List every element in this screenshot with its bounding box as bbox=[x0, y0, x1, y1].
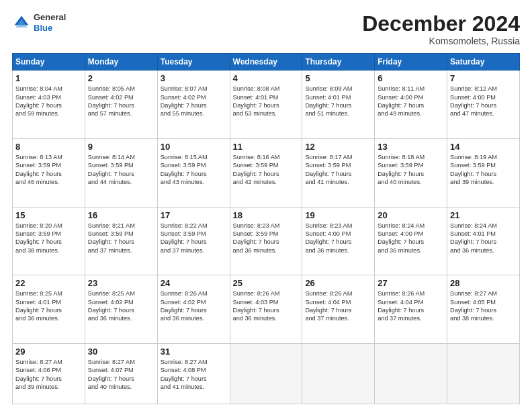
day-number-18: 18 bbox=[233, 210, 300, 220]
weekday-header-wednesday: Wednesday bbox=[230, 54, 302, 71]
day-info-9: Sunrise: 8:14 AM Sunset: 3:59 PM Dayligh… bbox=[88, 153, 154, 187]
day-info-20: Sunrise: 8:24 AM Sunset: 4:00 PM Dayligh… bbox=[378, 222, 444, 255]
weekday-header-thursday: Thursday bbox=[302, 54, 375, 71]
day-info-31: Sunrise: 8:27 AM Sunset: 4:08 PM Dayligh… bbox=[161, 358, 227, 392]
day-cell-27: 27Sunrise: 8:26 AM Sunset: 4:04 PM Dayli… bbox=[375, 275, 447, 344]
day-number-5: 5 bbox=[305, 73, 371, 83]
day-info-16: Sunrise: 8:21 AM Sunset: 3:59 PM Dayligh… bbox=[88, 222, 154, 255]
day-number-15: 15 bbox=[15, 210, 82, 220]
day-number-1: 1 bbox=[15, 73, 82, 83]
day-info-4: Sunrise: 8:08 AM Sunset: 4:01 PM Dayligh… bbox=[233, 85, 300, 118]
day-cell-26: 26Sunrise: 8:26 AM Sunset: 4:04 PM Dayli… bbox=[302, 275, 375, 344]
day-number-31: 31 bbox=[161, 347, 227, 357]
day-info-13: Sunrise: 8:18 AM Sunset: 3:59 PM Dayligh… bbox=[378, 153, 444, 187]
day-number-13: 13 bbox=[378, 142, 444, 152]
title-block: December 2024 Komsomolets, Russia bbox=[362, 12, 520, 46]
day-info-10: Sunrise: 8:15 AM Sunset: 3:59 PM Dayligh… bbox=[161, 153, 227, 187]
day-cell-11: 11Sunrise: 8:16 AM Sunset: 3:59 PM Dayli… bbox=[230, 138, 302, 207]
day-cell-13: 13Sunrise: 8:18 AM Sunset: 3:59 PM Dayli… bbox=[375, 138, 447, 207]
day-number-21: 21 bbox=[450, 210, 517, 220]
empty-cell bbox=[230, 343, 302, 404]
day-number-16: 16 bbox=[88, 210, 154, 220]
logo-blue: Blue bbox=[34, 23, 66, 34]
day-number-24: 24 bbox=[161, 278, 227, 288]
day-info-3: Sunrise: 8:07 AM Sunset: 4:02 PM Dayligh… bbox=[161, 85, 227, 118]
day-number-11: 11 bbox=[233, 142, 300, 152]
day-number-2: 2 bbox=[88, 73, 154, 83]
day-number-30: 30 bbox=[88, 347, 154, 357]
day-cell-1: 1Sunrise: 8:04 AM Sunset: 4:03 PM Daylig… bbox=[13, 71, 85, 139]
day-number-20: 20 bbox=[378, 210, 444, 220]
day-cell-23: 23Sunrise: 8:25 AM Sunset: 4:02 PM Dayli… bbox=[85, 275, 157, 344]
day-cell-4: 4Sunrise: 8:08 AM Sunset: 4:01 PM Daylig… bbox=[230, 71, 302, 139]
day-info-11: Sunrise: 8:16 AM Sunset: 3:59 PM Dayligh… bbox=[233, 153, 300, 187]
day-info-7: Sunrise: 8:12 AM Sunset: 4:00 PM Dayligh… bbox=[450, 85, 517, 118]
weekday-header-saturday: Saturday bbox=[447, 54, 520, 71]
day-info-6: Sunrise: 8:11 AM Sunset: 4:00 PM Dayligh… bbox=[378, 85, 444, 118]
day-number-7: 7 bbox=[450, 73, 517, 83]
location: Komsomolets, Russia bbox=[362, 36, 520, 46]
day-cell-3: 3Sunrise: 8:07 AM Sunset: 4:02 PM Daylig… bbox=[157, 71, 230, 139]
day-number-8: 8 bbox=[15, 142, 82, 152]
day-cell-15: 15Sunrise: 8:20 AM Sunset: 3:59 PM Dayli… bbox=[13, 207, 85, 275]
day-number-28: 28 bbox=[450, 278, 517, 288]
day-number-10: 10 bbox=[161, 142, 227, 152]
day-number-14: 14 bbox=[450, 142, 517, 152]
day-cell-5: 5Sunrise: 8:09 AM Sunset: 4:01 PM Daylig… bbox=[302, 71, 375, 139]
day-info-22: Sunrise: 8:25 AM Sunset: 4:01 PM Dayligh… bbox=[15, 289, 82, 323]
day-info-25: Sunrise: 8:26 AM Sunset: 4:03 PM Dayligh… bbox=[233, 289, 300, 323]
day-number-26: 26 bbox=[305, 278, 371, 288]
day-cell-19: 19Sunrise: 8:23 AM Sunset: 4:00 PM Dayli… bbox=[302, 207, 375, 275]
day-number-6: 6 bbox=[378, 73, 444, 83]
day-cell-25: 25Sunrise: 8:26 AM Sunset: 4:03 PM Dayli… bbox=[230, 275, 302, 344]
week-row-1: 1Sunrise: 8:04 AM Sunset: 4:03 PM Daylig… bbox=[13, 71, 520, 139]
weekday-header-row: SundayMondayTuesdayWednesdayThursdayFrid… bbox=[13, 54, 520, 71]
day-info-15: Sunrise: 8:20 AM Sunset: 3:59 PM Dayligh… bbox=[15, 222, 82, 255]
day-cell-22: 22Sunrise: 8:25 AM Sunset: 4:01 PM Dayli… bbox=[13, 275, 85, 344]
day-info-8: Sunrise: 8:13 AM Sunset: 3:59 PM Dayligh… bbox=[15, 153, 82, 187]
day-number-23: 23 bbox=[88, 278, 154, 288]
day-cell-7: 7Sunrise: 8:12 AM Sunset: 4:00 PM Daylig… bbox=[447, 71, 520, 139]
logo: General Blue bbox=[12, 12, 66, 33]
weekday-header-monday: Monday bbox=[85, 54, 157, 71]
day-number-29: 29 bbox=[15, 347, 82, 357]
calendar-table: SundayMondayTuesdayWednesdayThursdayFrid… bbox=[12, 53, 520, 404]
day-info-21: Sunrise: 8:24 AM Sunset: 4:01 PM Dayligh… bbox=[450, 222, 517, 255]
week-row-2: 8Sunrise: 8:13 AM Sunset: 3:59 PM Daylig… bbox=[13, 138, 520, 207]
day-number-19: 19 bbox=[305, 210, 371, 220]
day-cell-24: 24Sunrise: 8:26 AM Sunset: 4:02 PM Dayli… bbox=[157, 275, 230, 344]
weekday-header-tuesday: Tuesday bbox=[157, 54, 230, 71]
day-cell-8: 8Sunrise: 8:13 AM Sunset: 3:59 PM Daylig… bbox=[13, 138, 85, 207]
day-cell-20: 20Sunrise: 8:24 AM Sunset: 4:00 PM Dayli… bbox=[375, 207, 447, 275]
day-number-22: 22 bbox=[15, 278, 82, 288]
day-cell-18: 18Sunrise: 8:23 AM Sunset: 3:59 PM Dayli… bbox=[230, 207, 302, 275]
week-row-4: 22Sunrise: 8:25 AM Sunset: 4:01 PM Dayli… bbox=[13, 275, 520, 344]
day-cell-28: 28Sunrise: 8:27 AM Sunset: 4:05 PM Dayli… bbox=[447, 275, 520, 344]
day-info-29: Sunrise: 8:27 AM Sunset: 4:06 PM Dayligh… bbox=[15, 358, 82, 392]
month-title: December 2024 bbox=[362, 12, 520, 36]
week-row-5: 29Sunrise: 8:27 AM Sunset: 4:06 PM Dayli… bbox=[13, 343, 520, 404]
day-number-3: 3 bbox=[161, 73, 227, 83]
day-cell-6: 6Sunrise: 8:11 AM Sunset: 4:00 PM Daylig… bbox=[375, 71, 447, 139]
day-info-30: Sunrise: 8:27 AM Sunset: 4:07 PM Dayligh… bbox=[88, 358, 154, 392]
day-info-14: Sunrise: 8:19 AM Sunset: 3:59 PM Dayligh… bbox=[450, 153, 517, 187]
empty-cell bbox=[302, 343, 375, 404]
day-info-12: Sunrise: 8:17 AM Sunset: 3:59 PM Dayligh… bbox=[305, 153, 371, 187]
day-cell-16: 16Sunrise: 8:21 AM Sunset: 3:59 PM Dayli… bbox=[85, 207, 157, 275]
day-number-27: 27 bbox=[378, 278, 444, 288]
header: General Blue December 2024 Komsomolets, … bbox=[12, 12, 520, 46]
day-number-17: 17 bbox=[161, 210, 227, 220]
weekday-header-friday: Friday bbox=[375, 54, 447, 71]
day-cell-17: 17Sunrise: 8:22 AM Sunset: 3:59 PM Dayli… bbox=[157, 207, 230, 275]
day-info-27: Sunrise: 8:26 AM Sunset: 4:04 PM Dayligh… bbox=[378, 289, 444, 323]
day-info-23: Sunrise: 8:25 AM Sunset: 4:02 PM Dayligh… bbox=[88, 289, 154, 323]
day-number-9: 9 bbox=[88, 142, 154, 152]
day-number-25: 25 bbox=[233, 278, 300, 288]
day-info-5: Sunrise: 8:09 AM Sunset: 4:01 PM Dayligh… bbox=[305, 85, 371, 118]
empty-cell bbox=[375, 343, 447, 404]
day-cell-9: 9Sunrise: 8:14 AM Sunset: 3:59 PM Daylig… bbox=[85, 138, 157, 207]
day-info-19: Sunrise: 8:23 AM Sunset: 4:00 PM Dayligh… bbox=[305, 222, 371, 255]
day-info-17: Sunrise: 8:22 AM Sunset: 3:59 PM Dayligh… bbox=[161, 222, 227, 255]
day-cell-14: 14Sunrise: 8:19 AM Sunset: 3:59 PM Dayli… bbox=[447, 138, 520, 207]
day-number-12: 12 bbox=[305, 142, 371, 152]
